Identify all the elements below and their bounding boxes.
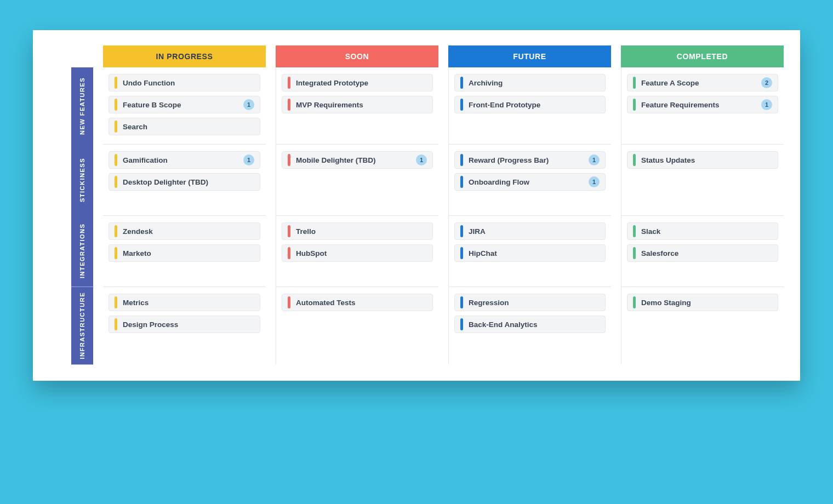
column-header-soon[interactable]: SOON — [276, 45, 438, 67]
card[interactable]: Automated Tests — [282, 294, 433, 311]
card-stripe — [115, 247, 117, 259]
card[interactable]: Undo Function — [109, 74, 260, 91]
cell-integrations-completed: SlackSalesforce — [621, 215, 784, 287]
row-label-integrations[interactable]: INTEGRATIONS — [71, 215, 93, 287]
cell-infrastructure-future: RegressionBack-End Analytics — [448, 287, 611, 364]
row-label-stickiness[interactable]: STICKINESS — [71, 144, 93, 215]
count-badge: 1 — [589, 176, 600, 187]
card-label: Mobile Delighter (TBD) — [296, 156, 416, 164]
card[interactable]: HubSpot — [282, 244, 433, 262]
roadmap-panel: IN PROGRESSSOONFUTURECOMPLETEDNEW FEATUR… — [33, 30, 800, 381]
card-stripe — [633, 154, 636, 166]
card[interactable]: Feature Requirements1 — [627, 96, 778, 113]
cell-new_features-soon: Integrated PrototypeMVP Requirements — [276, 67, 438, 144]
card-stripe — [115, 296, 117, 308]
card[interactable]: Metrics — [109, 294, 260, 311]
card[interactable]: Design Process — [109, 316, 260, 333]
cell-stickiness-completed: Status Updates — [621, 144, 784, 215]
card[interactable]: Regression — [454, 294, 606, 311]
cell-new_features-future: ArchivingFront-End Prototype — [448, 67, 611, 144]
card[interactable]: MVP Requirements — [282, 96, 433, 113]
row-label-infrastructure[interactable]: INFRASTRUCTURE — [71, 287, 93, 364]
card-stripe — [633, 296, 636, 308]
card-stripe — [460, 99, 463, 111]
column-header-in_progress[interactable]: IN PROGRESS — [103, 45, 266, 67]
cell-new_features-completed: Feature A Scope2Feature Requirements1 — [621, 67, 784, 144]
cell-integrations-soon: TrelloHubSpot — [276, 215, 438, 287]
cell-infrastructure-in_progress: MetricsDesign Process — [103, 287, 266, 364]
card-label: Zendesk — [123, 227, 254, 236]
count-badge: 1 — [761, 99, 772, 110]
cell-stickiness-future: Reward (Progress Bar)1Onboarding Flow1 — [448, 144, 611, 215]
card[interactable]: Integrated Prototype — [282, 74, 433, 91]
row-label-new_features[interactable]: NEW FEATURES — [71, 67, 93, 144]
card-stripe — [288, 296, 290, 308]
card[interactable]: Marketo — [109, 244, 260, 262]
cell-new_features-in_progress: Undo FunctionFeature B Scope1Search — [103, 67, 266, 144]
card-stripe — [633, 77, 636, 89]
card-stripe — [115, 318, 117, 330]
card[interactable]: Slack — [627, 222, 778, 240]
card[interactable]: JIRA — [454, 222, 606, 240]
card[interactable]: Search — [109, 118, 260, 135]
card-label: Back-End Analytics — [469, 320, 600, 329]
row-label-wrap: STICKINESS — [49, 144, 93, 215]
card[interactable]: Trello — [282, 222, 433, 240]
card-stripe — [115, 176, 117, 188]
card-label: Integrated Prototype — [296, 79, 427, 87]
card[interactable]: Archiving — [454, 74, 606, 91]
count-badge: 1 — [243, 154, 254, 165]
card[interactable]: Mobile Delighter (TBD)1 — [282, 151, 433, 169]
card[interactable]: Front-End Prototype — [454, 96, 606, 113]
card[interactable]: Desktop Delighter (TBD) — [109, 173, 260, 191]
card[interactable]: Gamification1 — [109, 151, 260, 169]
card[interactable]: Onboarding Flow1 — [454, 173, 606, 191]
card-label: Marketo — [123, 249, 254, 257]
card-stripe — [115, 225, 117, 237]
card-label: MVP Requirements — [296, 101, 427, 109]
column-header-completed[interactable]: COMPLETED — [621, 45, 784, 67]
card-stripe — [288, 99, 290, 111]
card-label: Status Updates — [641, 156, 772, 164]
card[interactable]: Status Updates — [627, 151, 778, 169]
card[interactable]: Demo Staging — [627, 294, 778, 311]
card-label: Demo Staging — [641, 299, 772, 307]
card-label: HipChat — [469, 249, 600, 257]
card-stripe — [633, 247, 636, 259]
card[interactable]: HipChat — [454, 244, 606, 262]
card-label: Gamification — [123, 156, 243, 164]
card-label: JIRA — [469, 227, 600, 236]
row-label-wrap: INFRASTRUCTURE — [49, 287, 93, 364]
card-label: Feature B Scope — [123, 101, 243, 109]
cell-integrations-in_progress: ZendeskMarketo — [103, 215, 266, 287]
card-label: Onboarding Flow — [469, 178, 589, 186]
card-stripe — [633, 99, 636, 111]
card-label: Slack — [641, 227, 772, 236]
card-stripe — [460, 247, 463, 259]
grid-corner — [49, 45, 93, 67]
card[interactable]: Feature A Scope2 — [627, 74, 778, 91]
card[interactable]: Salesforce — [627, 244, 778, 262]
card-label: Automated Tests — [296, 299, 427, 307]
card-label: Desktop Delighter (TBD) — [123, 178, 254, 186]
cell-stickiness-soon: Mobile Delighter (TBD)1 — [276, 144, 438, 215]
count-badge: 1 — [243, 99, 254, 110]
card-label: Salesforce — [641, 249, 772, 257]
card-label: Reward (Progress Bar) — [469, 156, 589, 164]
card-stripe — [460, 154, 463, 166]
count-badge: 2 — [761, 77, 772, 88]
card[interactable]: Zendesk — [109, 222, 260, 240]
column-header-future[interactable]: FUTURE — [448, 45, 611, 67]
card-stripe — [288, 225, 290, 237]
row-label-wrap: NEW FEATURES — [49, 67, 93, 144]
cell-integrations-future: JIRAHipChat — [448, 215, 611, 287]
card-stripe — [460, 296, 463, 308]
card-stripe — [115, 154, 117, 166]
card[interactable]: Feature B Scope1 — [109, 96, 260, 113]
card[interactable]: Back-End Analytics — [454, 316, 606, 333]
count-badge: 1 — [416, 154, 427, 165]
card-stripe — [115, 121, 117, 133]
card-label: Metrics — [123, 299, 254, 307]
card-label: Undo Function — [123, 79, 254, 87]
card[interactable]: Reward (Progress Bar)1 — [454, 151, 606, 169]
